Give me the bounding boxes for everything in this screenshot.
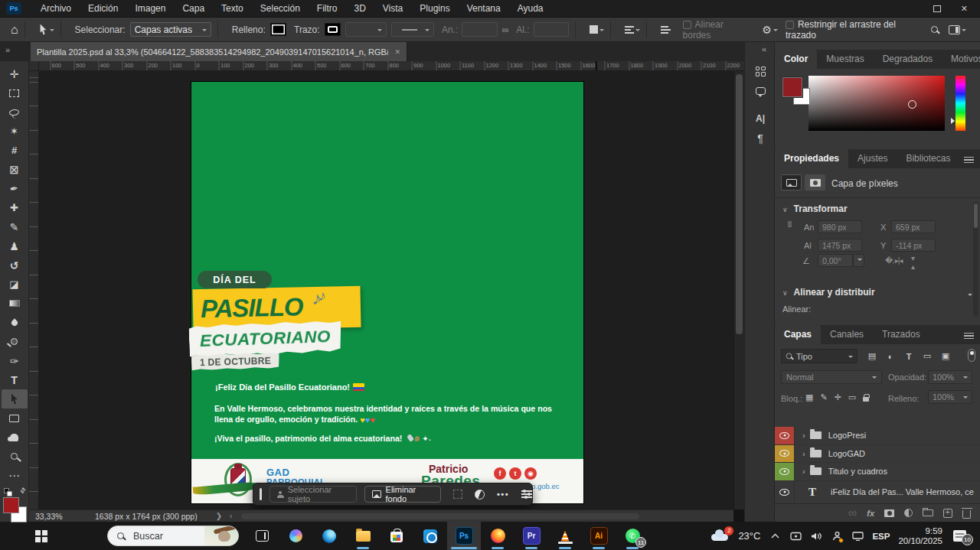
transform-width-field[interactable]: 980 px [818, 220, 862, 233]
taskbar-whatsapp[interactable]: ✆11 [616, 522, 649, 550]
link-layers-icon[interactable]: ∞ [848, 506, 857, 520]
new-layer-icon[interactable] [943, 509, 952, 518]
tool-more[interactable] [2, 466, 28, 485]
tool-zoom[interactable] [2, 447, 28, 466]
new-adjustment-layer-icon[interactable] [904, 509, 913, 517]
start-button[interactable] [32, 527, 51, 545]
filter-shape-layers-icon[interactable]: ▭ [919, 349, 936, 363]
tab-canales[interactable]: Canales [821, 325, 873, 344]
panel-foreground-swatch[interactable] [782, 77, 802, 97]
lock-all-icon[interactable] [863, 397, 869, 402]
rotation-dropdown[interactable] [853, 254, 864, 267]
transform-section-header[interactable]: Transformar [782, 203, 848, 214]
more-options-icon[interactable]: ••• [497, 490, 509, 499]
lock-artboard-icon[interactable]: ▭ [848, 392, 856, 402]
lock-position-icon[interactable]: ✛ [835, 392, 841, 402]
adjustments-icon[interactable] [475, 490, 485, 500]
temperature[interactable]: 23°C [738, 530, 760, 542]
layer-row[interactable]: ›LogoGAD [775, 445, 980, 464]
tool-eraser[interactable] [2, 275, 28, 294]
menu-edición[interactable]: Edición [80, 0, 126, 17]
volume-icon[interactable] [810, 530, 822, 542]
vertical-scrollbar[interactable] [733, 71, 744, 509]
taskbar-firefox[interactable] [481, 522, 514, 550]
add-layer-mask-icon[interactable] [884, 509, 894, 517]
expand-group-icon[interactable]: › [802, 449, 805, 458]
taskbar-premiere[interactable]: Pr [514, 522, 548, 550]
layer-name[interactable]: Titulo y cuadros [828, 467, 887, 476]
canvas-pasteboard[interactable]: DÍA DEL PASILLO ♪♪ ECUATORIANO 1 DE OCTU… [39, 71, 733, 509]
current-tool-icon[interactable] [39, 24, 54, 35]
link-wh-icon[interactable]: ∞ [785, 221, 795, 228]
transform-x-field[interactable]: 659 px [891, 220, 936, 233]
select-mode-dropdown[interactable]: Capas activas [130, 22, 211, 37]
delete-layer-icon[interactable] [962, 510, 971, 519]
zoom-level[interactable]: 33,33% [35, 512, 89, 521]
clock[interactable]: 9:5920/10/2025 [898, 526, 942, 546]
gear-icon[interactable]: ⚙ [762, 24, 778, 36]
stroke-width-dropdown[interactable] [345, 22, 387, 37]
transform-icon[interactable] [453, 490, 462, 499]
comments-panel-icon[interactable] [751, 82, 769, 100]
tab-degradados[interactable]: Degradados [874, 50, 942, 69]
collapse-dock-icon[interactable]: « [762, 44, 766, 54]
layer-name[interactable]: LogoGAD [828, 449, 865, 458]
tool-frame[interactable] [2, 160, 28, 179]
tab-ajustes[interactable]: Ajustes [848, 149, 897, 168]
layer-name[interactable]: iFeliz Día del Pas... Valle Hermoso, ce [831, 487, 974, 496]
tool-healing-brush[interactable] [2, 198, 28, 217]
transform-height-field[interactable]: 1475 px [818, 239, 862, 252]
tool-eyedropper[interactable] [2, 179, 28, 198]
menu-filtro[interactable]: Filtro [309, 0, 346, 17]
path-operations-icon[interactable] [590, 25, 604, 34]
tool-dodge[interactable] [2, 332, 28, 351]
notification-center-icon[interactable]: 10 [951, 530, 968, 542]
tool-marquee[interactable] [2, 83, 28, 103]
menu-archivo[interactable]: Archivo [32, 0, 80, 17]
taskbar-task-view[interactable] [245, 522, 279, 550]
network-display-icon[interactable] [851, 530, 864, 542]
layer-visibility-icon[interactable] [775, 481, 795, 503]
align-edges-checkbox[interactable]: Alinear bordes [683, 19, 752, 41]
transform-y-field[interactable]: -114 px [891, 239, 936, 252]
lock-pixels-icon[interactable]: ✎ [820, 392, 827, 402]
stroke-type-dropdown[interactable] [391, 22, 434, 37]
expand-group-icon[interactable]: › [802, 467, 805, 476]
filter-pixel-layers-icon[interactable]: ▤ [864, 349, 880, 363]
meet-now-icon[interactable] [789, 530, 802, 542]
search-highlight-image[interactable] [204, 526, 238, 546]
path-arrangement-icon[interactable] [661, 26, 671, 34]
show-hidden-icons-chevron[interactable] [769, 530, 781, 542]
character-panel-icon[interactable]: A| [751, 109, 769, 128]
color-field-marker[interactable] [908, 100, 916, 109]
flip-vertical-icon[interactable]: ▾▴ [911, 254, 914, 271]
tab-color[interactable]: Color [775, 50, 817, 69]
layer-effects-icon[interactable]: fx [867, 509, 874, 518]
taskbar-illustrator[interactable]: Ai [582, 522, 616, 550]
swap-colors-icon[interactable]: ⇄ [18, 486, 28, 495]
menu-ventana[interactable]: Ventana [459, 0, 509, 17]
tool-history-brush[interactable] [2, 255, 28, 275]
taskbar-edge[interactable] [312, 522, 346, 550]
select-subject-button[interactable]: Seleccionar sujeto [270, 486, 357, 503]
tool-crop[interactable] [2, 141, 28, 160]
tool-hand[interactable] [2, 428, 28, 447]
taskbar-store[interactable] [380, 522, 413, 550]
layer-name[interactable]: LogoPresi [828, 431, 867, 440]
foreground-color-swatch[interactable] [3, 497, 19, 513]
close-window-icon[interactable]: ✕ [961, 4, 968, 14]
hue-slider-marker[interactable] [951, 118, 958, 124]
vertical-scrollbar-thumb[interactable] [736, 74, 743, 334]
tab-muestras[interactable]: Muestras [817, 50, 873, 69]
tab-trazados[interactable]: Trazados [873, 325, 929, 344]
search-icon[interactable] [931, 26, 938, 33]
mask-icon[interactable] [805, 174, 825, 190]
stroke-swatch[interactable] [325, 23, 341, 36]
home-icon[interactable]: ⌂ [11, 23, 18, 37]
taskbar-file-explorer[interactable] [346, 522, 380, 550]
height-input[interactable] [534, 22, 569, 37]
menu-3d[interactable]: 3D [345, 0, 374, 17]
expand-dock-icon[interactable]: » [5, 45, 10, 54]
menu-texto[interactable]: Texto [213, 0, 252, 17]
taskbar-outlook[interactable] [413, 522, 447, 550]
